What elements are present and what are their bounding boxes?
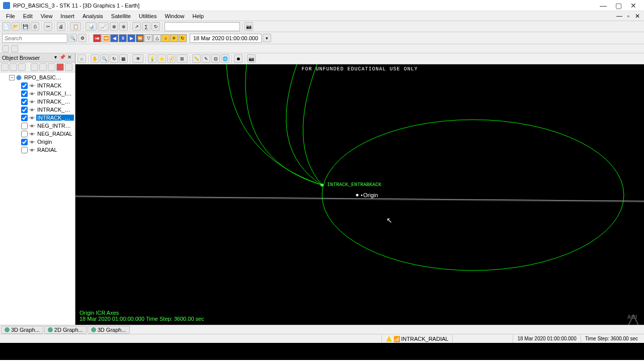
ob-paste-button[interactable]: [48, 63, 55, 71]
aux-button-2[interactable]: [11, 45, 18, 52]
search-input[interactable]: [2, 34, 67, 43]
mdi-restore-button[interactable]: ▫: [624, 13, 633, 20]
menu-analysis[interactable]: Analysis: [78, 12, 107, 20]
time-dropdown-button[interactable]: ▾: [263, 34, 271, 42]
calc-button[interactable]: ∑: [142, 22, 150, 31]
menu-satellite[interactable]: Satellite: [107, 12, 135, 20]
close-button[interactable]: ✕: [626, 1, 641, 11]
time-playback-button[interactable]: ◀: [110, 34, 118, 42]
vp-record-button[interactable]: ⏺: [234, 54, 243, 63]
vp-grid-button[interactable]: ⊞: [177, 54, 188, 63]
tree-item[interactable]: RADIAL: [1, 146, 74, 154]
paste-button[interactable]: 📋: [70, 22, 81, 31]
time-slower-button[interactable]: ▽: [144, 34, 152, 42]
ob-cut-button[interactable]: [31, 63, 38, 71]
new-button[interactable]: 📄: [2, 22, 11, 31]
tree-checkbox[interactable]: [21, 123, 28, 129]
search-button[interactable]: 🔍: [68, 34, 77, 42]
time-stepback-button[interactable]: ⏪: [102, 34, 110, 42]
tree-item[interactable]: INTRACK: [1, 81, 74, 89]
open-button[interactable]: 📂: [12, 22, 20, 31]
aux-button-1[interactable]: [2, 45, 9, 52]
time-loop-button[interactable]: ↻: [179, 34, 187, 42]
time-pause-button[interactable]: ⏸: [119, 34, 127, 42]
vp-annotate-button[interactable]: ✎: [202, 54, 210, 63]
tree-checkbox[interactable]: [21, 82, 28, 89]
vp-home-button[interactable]: ⌂: [77, 54, 86, 63]
menu-help[interactable]: Help: [189, 12, 208, 20]
maximize-button[interactable]: ▢: [611, 1, 626, 11]
menu-view[interactable]: View: [37, 12, 57, 20]
time-play-button[interactable]: ▶: [127, 34, 135, 42]
tree-checkbox[interactable]: [21, 147, 28, 153]
tree-expand-icon[interactable]: −: [9, 75, 15, 80]
time-reset-button[interactable]: ⏮: [93, 34, 101, 42]
vp-lighting-button[interactable]: 💡: [148, 54, 156, 63]
save-button[interactable]: 💾: [21, 22, 30, 31]
tree-item[interactable]: Origin: [1, 138, 74, 146]
vp-select-button[interactable]: ▦: [119, 54, 128, 63]
time-realtime-button[interactable]: ☼: [162, 34, 170, 42]
tree-checkbox[interactable]: [21, 107, 28, 113]
tree-root[interactable]: − RPO_BASICS_3: [1, 73, 74, 81]
vp-compass-button[interactable]: 🧭: [167, 54, 176, 63]
vector-button[interactable]: ↗: [132, 22, 141, 31]
save-all-button[interactable]: ⎙: [31, 22, 39, 31]
vp-star-button[interactable]: ⭐: [157, 54, 166, 63]
object-dropdown[interactable]: [165, 22, 240, 31]
minimize-button[interactable]: —: [596, 1, 611, 11]
time-stepfwd-button[interactable]: ⏩: [136, 34, 144, 42]
vp-zoom-button[interactable]: 🔍: [100, 54, 109, 63]
object-tree[interactable]: − RPO_BASICS_3 INTRACK INTRACK_INTR... I…: [0, 72, 75, 325]
vp-view-button[interactable]: 👁: [132, 54, 143, 63]
vp-scale-button[interactable]: ⊟: [211, 54, 220, 63]
menu-edit[interactable]: Edit: [19, 12, 37, 20]
3d-viewport[interactable]: FOR UNFUNDED EDUCATIONAL USE ONLY INTRAC…: [75, 64, 644, 325]
tab-3d-2[interactable]: 3D Graph...: [88, 326, 130, 334]
mdi-minimize-button[interactable]: —: [615, 13, 624, 20]
access-button[interactable]: ⊕: [110, 22, 118, 31]
snapshot-button[interactable]: 📷: [245, 22, 253, 31]
vp-snapshot-button[interactable]: 📷: [247, 54, 256, 63]
time-faster-button[interactable]: △: [153, 34, 161, 42]
ob-insert-button[interactable]: [10, 63, 17, 71]
time-display[interactable]: 18 Mar 2020 01:00:00.000: [190, 34, 262, 43]
vp-rotate-button[interactable]: ↻: [110, 54, 118, 63]
tab-3d-1[interactable]: 3D Graph...: [1, 326, 43, 334]
tree-item[interactable]: INTRACK_RADI...: [1, 114, 74, 122]
coverage-button[interactable]: ⊗: [119, 22, 128, 31]
ob-more-button[interactable]: [65, 63, 72, 71]
cut-button[interactable]: ✂: [44, 22, 52, 31]
ob-delete-button[interactable]: [56, 63, 64, 71]
vp-measure-button[interactable]: 📏: [192, 54, 201, 63]
print-button[interactable]: 🖨: [57, 22, 65, 31]
tree-checkbox[interactable]: [21, 131, 28, 137]
tree-checkbox[interactable]: [21, 99, 28, 105]
panel-pin-button[interactable]: 📌: [59, 54, 66, 61]
tree-item[interactable]: INTRACK_NEGI...: [1, 98, 74, 106]
tree-item[interactable]: INTRACK_NEGR...: [1, 106, 74, 114]
ob-copy-button[interactable]: [39, 63, 47, 71]
menu-file[interactable]: File: [2, 12, 19, 20]
refresh-button[interactable]: ↻: [151, 22, 160, 31]
tab-2d[interactable]: 2D Graph...: [44, 326, 87, 334]
ob-new-button[interactable]: [1, 63, 9, 71]
menu-window[interactable]: Window: [160, 12, 188, 20]
tree-item[interactable]: INTRACK_INTR...: [1, 89, 74, 98]
time-xrealtime-button[interactable]: ✳: [170, 34, 178, 42]
tree-checkbox[interactable]: [21, 139, 28, 145]
vp-globe-button[interactable]: 🌐: [221, 54, 229, 63]
panel-dropdown-button[interactable]: ▾: [52, 54, 59, 61]
tree-item[interactable]: NEG_RADIAL: [1, 130, 74, 138]
report-button[interactable]: 📊: [86, 22, 97, 31]
graph-button[interactable]: 📈: [98, 22, 109, 31]
tree-checkbox[interactable]: [21, 115, 28, 121]
menu-utilities[interactable]: Utilities: [135, 12, 160, 20]
tree-item[interactable]: NEG_INTRACK: [1, 122, 74, 130]
tree-checkbox[interactable]: [21, 90, 28, 97]
vp-pan-button[interactable]: ✋: [91, 54, 99, 63]
panel-close-button[interactable]: ✕: [66, 54, 73, 61]
search-settings-button[interactable]: ⚙: [78, 34, 87, 42]
menu-insert[interactable]: Insert: [56, 12, 78, 20]
mdi-close-button[interactable]: ✕: [633, 13, 642, 20]
